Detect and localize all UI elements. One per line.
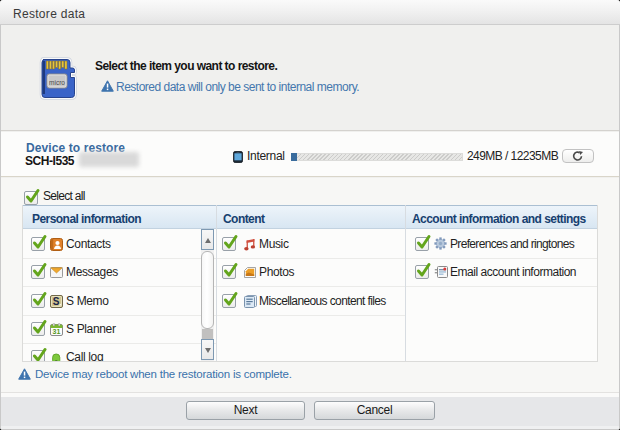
svg-text:31: 31 — [53, 328, 61, 335]
svg-text:micro: micro — [49, 79, 65, 86]
svg-text:S: S — [53, 296, 60, 307]
